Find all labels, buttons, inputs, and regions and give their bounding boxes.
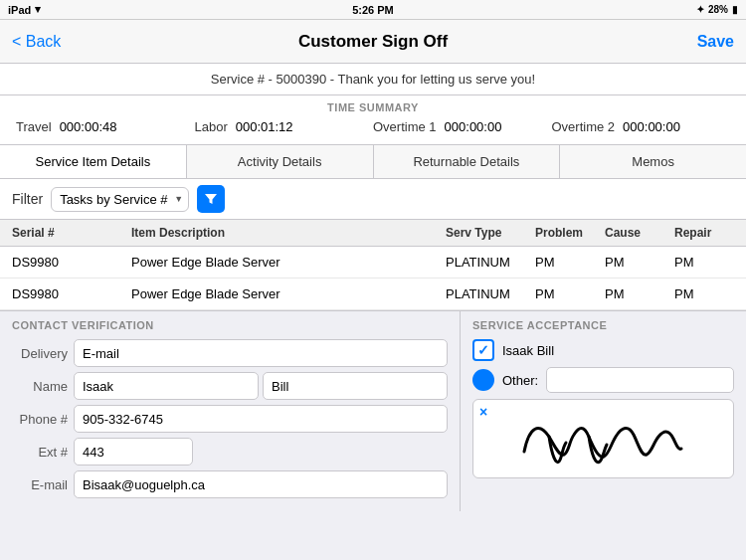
- page-title: Customer Sign Off: [298, 32, 448, 52]
- col-header-serv: Serv Type: [446, 226, 535, 240]
- table-row: DS9980 Power Edge Blade Server PLATINUM …: [0, 247, 746, 279]
- filter-row: Filter Tasks by Service # Tasks by Item …: [0, 179, 746, 220]
- contact-panel: CONTACT VERIFICATION Delivery Name Phone…: [0, 311, 461, 511]
- travel-label: Travel: [16, 119, 52, 134]
- other-dot[interactable]: [472, 369, 494, 391]
- table-row: DS9980 Power Edge Blade Server PLATINUM …: [0, 279, 746, 310]
- overtime1-label: Overtime 1: [373, 119, 437, 134]
- email-label: E-mail: [12, 477, 68, 492]
- funnel-icon: [204, 192, 218, 206]
- delivery-row: Delivery: [12, 339, 448, 367]
- battery-icon: ▮: [732, 4, 738, 15]
- row1-cause: PM: [605, 286, 674, 301]
- acceptance-checked-item: ✓ Isaak Bill: [472, 339, 734, 361]
- tab-memos[interactable]: Memos: [560, 145, 746, 178]
- tabs-bar: Service Item Details Activity Details Re…: [0, 145, 746, 179]
- nav-bar: < Back Customer Sign Off Save: [0, 20, 746, 64]
- checkmark-icon: ✓: [477, 342, 489, 358]
- filter-label: Filter: [12, 191, 43, 207]
- email-input[interactable]: [74, 470, 448, 498]
- phone-input[interactable]: [74, 405, 448, 433]
- service-header: Service # - 5000390 - Thank you for lett…: [0, 64, 746, 95]
- travel-value: 000:00:48: [60, 119, 117, 134]
- filter-select[interactable]: Tasks by Service # Tasks by Item All Tas…: [51, 187, 189, 212]
- row0-serv: PLATINUM: [446, 255, 535, 270]
- time-summary-section: TIME SUMMARY Travel 000:00:48 Labor 000:…: [0, 95, 746, 145]
- email-row: E-mail: [12, 470, 448, 498]
- row0-cause: PM: [605, 255, 674, 270]
- travel-item: Travel 000:00:48: [16, 119, 195, 134]
- row1-serv: PLATINUM: [446, 286, 535, 301]
- labor-label: Labor: [195, 119, 228, 134]
- row1-prob: PM: [535, 286, 605, 301]
- status-time: 5:26 PM: [352, 4, 394, 16]
- labor-value: 000:01:12: [236, 119, 293, 134]
- acceptance-title: SERVICE ACCEPTANCE: [472, 319, 734, 331]
- row0-prob: PM: [535, 255, 605, 270]
- table-section: Serial # Item Description Serv Type Prob…: [0, 220, 746, 311]
- time-summary-title: TIME SUMMARY: [16, 101, 730, 113]
- row0-serial: DS9980: [12, 255, 131, 270]
- signature-area[interactable]: ×: [472, 399, 734, 478]
- col-header-cause: Cause: [605, 226, 674, 240]
- row1-desc: Power Edge Blade Server: [131, 286, 446, 301]
- back-button[interactable]: < Back: [12, 33, 61, 51]
- acceptance-panel: SERVICE ACCEPTANCE ✓ Isaak Bill Other: ×: [461, 311, 746, 511]
- tab-returnable-details[interactable]: Returnable Details: [374, 145, 561, 178]
- other-input[interactable]: [546, 367, 734, 393]
- col-header-prob: Problem: [535, 226, 605, 240]
- row1-repair: PM: [674, 286, 734, 301]
- tab-service-item-details[interactable]: Service Item Details: [0, 145, 187, 178]
- phone-row: Phone #: [12, 405, 448, 433]
- ipad-label: iPad: [8, 4, 31, 16]
- last-name-input[interactable]: [263, 372, 448, 400]
- name-row: Name: [12, 372, 448, 400]
- filter-select-wrap: Tasks by Service # Tasks by Item All Tas…: [51, 187, 189, 212]
- status-left: iPad ▾: [8, 3, 41, 16]
- status-bar: iPad ▾ 5:26 PM ✦ 28% ▮: [0, 0, 746, 20]
- row1-serial: DS9980: [12, 286, 131, 301]
- first-name-input[interactable]: [74, 372, 259, 400]
- time-summary-row: Travel 000:00:48 Labor 000:01:12 Overtim…: [16, 119, 730, 134]
- tab-activity-details[interactable]: Activity Details: [187, 145, 374, 178]
- phone-label: Phone #: [12, 412, 68, 427]
- isaak-bill-label: Isaak Bill: [502, 343, 554, 358]
- ext-label: Ext #: [12, 445, 68, 460]
- col-header-serial: Serial #: [12, 226, 131, 240]
- col-header-repair: Repair: [674, 226, 734, 240]
- ext-row: Ext #: [12, 438, 448, 466]
- filter-icon-button[interactable]: [197, 185, 225, 213]
- bluetooth-icon: ✦: [696, 4, 704, 15]
- overtime2-value: 000:00:00: [623, 119, 680, 134]
- row0-desc: Power Edge Blade Server: [131, 255, 446, 270]
- checkbox-isaak[interactable]: ✓: [472, 339, 494, 361]
- ext-input[interactable]: [74, 438, 193, 466]
- name-label: Name: [12, 379, 68, 394]
- row0-repair: PM: [674, 255, 734, 270]
- overtime1-item: Overtime 1 000:00:00: [373, 119, 552, 134]
- contact-title: CONTACT VERIFICATION: [12, 319, 448, 331]
- other-label: Other:: [502, 373, 538, 388]
- overtime2-item: Overtime 2 000:00:00: [552, 119, 731, 134]
- wifi-icon: ▾: [35, 3, 41, 16]
- name-inputs: [74, 372, 448, 400]
- save-button[interactable]: Save: [697, 33, 734, 51]
- overtime2-label: Overtime 2: [552, 119, 616, 134]
- bottom-section: CONTACT VERIFICATION Delivery Name Phone…: [0, 311, 746, 511]
- signature-svg: [504, 407, 703, 471]
- col-header-desc: Item Description: [131, 226, 446, 240]
- status-right: ✦ 28% ▮: [696, 4, 738, 15]
- labor-item: Labor 000:01:12: [195, 119, 374, 134]
- table-header: Serial # Item Description Serv Type Prob…: [0, 220, 746, 247]
- delivery-input[interactable]: [74, 339, 448, 367]
- acceptance-other-item: Other:: [472, 367, 734, 393]
- signature-x-mark: ×: [479, 404, 487, 420]
- overtime1-value: 000:00:00: [445, 119, 502, 134]
- delivery-label: Delivery: [12, 346, 68, 361]
- battery-label: 28%: [708, 4, 728, 15]
